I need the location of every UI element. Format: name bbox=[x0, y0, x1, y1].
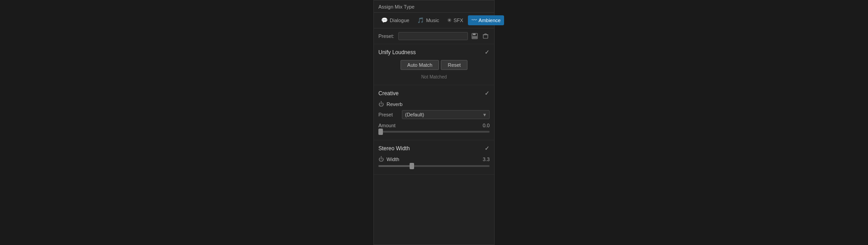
sfx-icon: ✳ bbox=[447, 17, 452, 23]
creative-section: Creative ✓ ⏻ Reverb Preset (Default) ▼ A… bbox=[374, 85, 494, 140]
tab-sfx[interactable]: ✳ SFX bbox=[443, 15, 467, 25]
width-slider-thumb[interactable] bbox=[410, 163, 414, 169]
svg-rect-2 bbox=[472, 36, 477, 38]
svg-rect-3 bbox=[483, 35, 488, 38]
tab-music-label: Music bbox=[426, 18, 439, 23]
auto-match-button[interactable]: Auto Match bbox=[401, 60, 439, 70]
width-slider-fill bbox=[378, 165, 412, 167]
panel-title: Assign Mix Type bbox=[374, 0, 494, 13]
delete-preset-button[interactable] bbox=[481, 32, 490, 40]
assign-mix-type-panel: Assign Mix Type 💬 Dialogue 🎵 Music ✳ SFX… bbox=[373, 0, 495, 245]
tab-sfx-label: SFX bbox=[453, 18, 463, 23]
amount-value: 0.0 bbox=[483, 123, 490, 128]
match-status: Not Matched bbox=[378, 74, 490, 80]
stereo-width-check[interactable]: ✓ bbox=[485, 145, 490, 152]
save-icon bbox=[472, 33, 478, 39]
width-slider-track[interactable] bbox=[378, 165, 490, 167]
width-value: 3.3 bbox=[483, 157, 490, 162]
tab-dialogue-label: Dialogue bbox=[390, 18, 409, 23]
creative-title: Creative bbox=[378, 90, 399, 97]
unify-loudness-check[interactable]: ✓ bbox=[485, 49, 490, 55]
reverb-preset-label: Preset bbox=[378, 112, 399, 117]
amount-header: Amount 0.0 bbox=[378, 123, 490, 128]
amount-row: Amount 0.0 bbox=[378, 123, 490, 133]
save-preset-button[interactable] bbox=[471, 32, 479, 40]
reverb-row: ⏻ Reverb bbox=[378, 101, 490, 107]
reverb-preset-row: Preset (Default) ▼ bbox=[378, 110, 490, 119]
width-label: Width bbox=[387, 157, 399, 162]
unify-loudness-section: Unify Loudness ✓ Auto Match Reset Not Ma… bbox=[374, 44, 494, 85]
amount-label: Amount bbox=[378, 123, 396, 128]
stereo-width-title: Stereo Width bbox=[378, 145, 410, 152]
auto-match-reset-row: Auto Match Reset bbox=[378, 60, 490, 70]
creative-check[interactable]: ✓ bbox=[485, 90, 490, 97]
tab-ambience-label: Ambience bbox=[479, 18, 501, 23]
tab-music[interactable]: 🎵 Music bbox=[414, 15, 443, 25]
reverb-preset-select[interactable]: (Default) bbox=[402, 110, 490, 119]
reverb-preset-wrap: (Default) ▼ bbox=[402, 110, 490, 119]
unify-loudness-title: Unify Loudness bbox=[378, 49, 416, 55]
preset-row: Preset: bbox=[374, 28, 494, 44]
width-power-icon[interactable]: ⏻ bbox=[378, 156, 384, 162]
tab-bar: 💬 Dialogue 🎵 Music ✳ SFX 〰 Ambience bbox=[374, 13, 494, 28]
dialogue-icon: 💬 bbox=[381, 17, 388, 23]
width-row: ⏻ Width 3.3 bbox=[378, 156, 490, 162]
svg-rect-1 bbox=[473, 33, 476, 35]
stereo-width-section: Stereo Width ✓ ⏻ Width 3.3 bbox=[374, 140, 494, 175]
stereo-width-header: Stereo Width ✓ bbox=[378, 145, 490, 152]
reverb-power-icon[interactable]: ⏻ bbox=[378, 101, 384, 107]
tab-ambience[interactable]: 〰 Ambience bbox=[468, 15, 505, 25]
amount-slider-thumb[interactable] bbox=[378, 129, 383, 135]
tab-dialogue[interactable]: 💬 Dialogue bbox=[377, 15, 413, 25]
creative-header: Creative ✓ bbox=[378, 90, 490, 97]
unify-loudness-header: Unify Loudness ✓ bbox=[378, 49, 490, 55]
preset-label: Preset: bbox=[378, 33, 396, 39]
ambience-icon: 〰 bbox=[472, 17, 477, 23]
music-icon: 🎵 bbox=[417, 17, 424, 23]
amount-slider-track[interactable] bbox=[378, 131, 490, 133]
reset-button[interactable]: Reset bbox=[441, 60, 467, 70]
preset-select[interactable] bbox=[398, 32, 468, 40]
reverb-label: Reverb bbox=[387, 102, 402, 107]
trash-icon bbox=[482, 33, 489, 39]
